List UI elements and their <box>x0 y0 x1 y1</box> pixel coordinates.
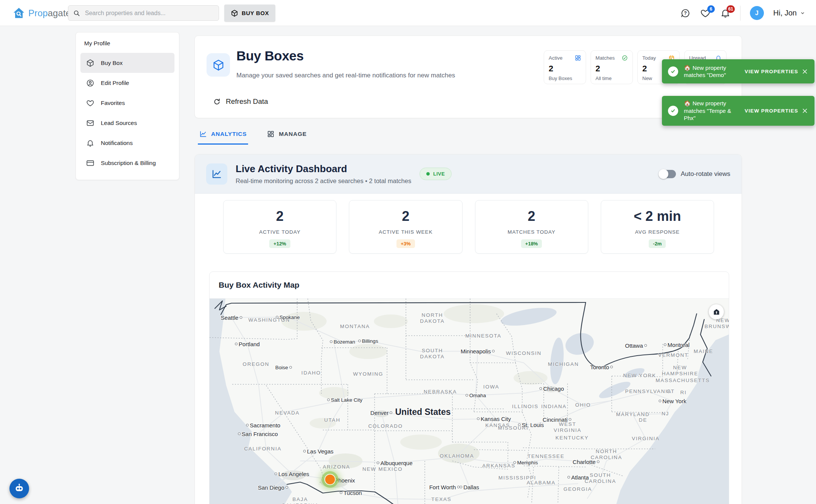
help-chat-button[interactable]: ? <box>680 8 691 18</box>
view-tabs: ANALYTICS MANAGE <box>198 127 308 145</box>
notifications-badge: 61 <box>727 5 734 13</box>
state-label-arizona: ARIZONA <box>323 464 350 470</box>
state-label-south-dakota: SOUTH DAKOTA <box>420 348 444 360</box>
phoenix-activity-marker[interactable] <box>324 474 336 485</box>
sidebar-item-label: Subscription & Billing <box>101 160 156 166</box>
sidebar-item-notifications[interactable]: Notifications <box>80 133 174 153</box>
favorites-button[interactable]: 6 <box>700 8 711 18</box>
avatar[interactable]: J <box>750 6 764 20</box>
state-label-nevada: NEVADA <box>275 410 299 416</box>
city-label-spokane: Spokane <box>276 314 299 320</box>
stat-label: ACTIVE THIS WEEK <box>349 229 462 235</box>
city-dot-icon <box>358 340 361 342</box>
city-dot-icon <box>238 433 241 435</box>
sidebar-item-lead-sources[interactable]: Lead Sources <box>80 113 174 133</box>
stat-value: < 2 min <box>601 208 714 224</box>
favorites-badge: 6 <box>707 5 715 13</box>
city-dot-icon <box>644 344 647 347</box>
box-icon <box>86 59 94 67</box>
city-label-st-louis: St. Louis <box>518 422 544 428</box>
summary-chip-matches: Matches 2 All time <box>591 50 633 84</box>
state-label-wyoming: WYOMING <box>353 371 383 377</box>
city-label-boise: Boise <box>275 365 292 370</box>
page-title: Buy Boxes <box>236 48 304 63</box>
state-label-minnesota: MINNESOTA <box>465 333 501 339</box>
city-dot-icon <box>597 461 599 463</box>
chip-sublabel: All time <box>595 76 628 81</box>
chip-label: Matches <box>595 55 615 61</box>
state-label-vermont: VERMONT <box>658 352 688 358</box>
refresh-data-button[interactable]: Refresh Data <box>211 97 270 106</box>
user-menu[interactable]: Hi, Jon <box>773 9 805 17</box>
grid-icon <box>267 130 275 138</box>
mail-icon <box>86 119 94 127</box>
city-dot-icon <box>289 366 292 369</box>
city-label-ottawa: Ottawa <box>625 342 647 349</box>
dashboard-subtitle: Real-time monitoring across 2 active sea… <box>236 177 411 185</box>
state-label-iowa: IOWA <box>483 384 500 390</box>
city-label-san-francisco: San Francisco <box>238 431 278 437</box>
person-icon <box>86 79 94 87</box>
stat-delta-badge: +18% <box>521 239 542 248</box>
refresh-icon <box>213 98 221 106</box>
app-logo[interactable]: Propagate <box>12 0 71 26</box>
city-label-fort-worth: Fort Worth <box>429 484 460 490</box>
city-label-albuquerque: Albuquerque <box>376 460 412 466</box>
state-label-kentucky: KENTUCKY <box>555 435 589 441</box>
city-label-bozeman: Bozeman <box>330 339 355 345</box>
close-icon[interactable] <box>801 68 808 75</box>
view-properties-button[interactable]: VIEW PROPERTIES <box>745 69 798 74</box>
sidebar-item-label: Edit Profile <box>101 80 129 86</box>
state-label-georgia: GEORGIA <box>563 486 592 492</box>
bell-icon <box>86 139 94 147</box>
tab-manage[interactable]: MANAGE <box>265 127 308 145</box>
auto-rotate-toggle[interactable] <box>659 170 676 178</box>
cube-icon <box>231 9 238 17</box>
search-input[interactable] <box>84 9 214 17</box>
toast-message: 🏠 New property matches "Demo" <box>684 64 740 79</box>
map-home-button[interactable] <box>709 304 724 319</box>
sidebar-item-favorites[interactable]: Favorites <box>80 93 174 113</box>
state-label-oklahoma: OKLAHOMA <box>440 453 474 459</box>
live-activity-card: Live Activity Dashboard Real-time monito… <box>194 154 742 504</box>
city-label-cincinnati: Cincinnati <box>543 416 571 423</box>
state-label-michigan: MICHIGAN <box>548 361 579 367</box>
close-icon[interactable] <box>801 107 808 114</box>
view-properties-button[interactable]: VIEW PROPERTIES <box>745 108 798 114</box>
chip-value: 2 <box>549 64 581 74</box>
city-dot-icon <box>235 343 238 345</box>
sidebar-item-label: Favorites <box>101 100 125 106</box>
city-label-san-diego: San Diego <box>258 484 288 491</box>
buy-box-button[interactable]: BUY BOX <box>224 5 275 22</box>
sidebar-item-buy-box[interactable]: Buy Box <box>80 53 174 73</box>
state-label-new-hampshire: NEW HAMPSHIRE <box>662 365 698 377</box>
sidebar-item-subscription-billing[interactable]: Subscription & Billing <box>80 153 174 173</box>
city-dot-icon <box>276 316 278 319</box>
city-label-new-york: New York <box>659 398 686 404</box>
tab-analytics[interactable]: ANALYTICS <box>198 127 248 145</box>
line-chart-icon <box>206 163 227 185</box>
notifications-button[interactable]: 61 <box>720 8 731 18</box>
card-icon <box>86 159 94 167</box>
activity-map[interactable]: WASHINGTONOREGONIDAHOMONTANANORTH DAKOTA… <box>210 299 729 504</box>
city-dot-icon <box>285 486 288 489</box>
stat-card-matches-today: 2 MATCHES TODAY +18% <box>475 200 588 254</box>
city-dot-icon <box>460 486 462 489</box>
live-activity-header: Live Activity Dashboard Real-time monito… <box>195 154 742 194</box>
country-label: United States <box>395 407 451 417</box>
city-label-las-vegas: Las Vegas <box>303 448 333 455</box>
city-dot-icon <box>246 424 249 427</box>
city-dot-icon <box>569 418 571 421</box>
city-dot-icon <box>518 424 521 426</box>
stat-card-active-today: 2 ACTIVE TODAY +12% <box>223 200 336 254</box>
sidebar-item-edit-profile[interactable]: Edit Profile <box>80 73 174 93</box>
chatbot-fab[interactable] <box>9 479 29 498</box>
state-label-south-carolina: SOUTH CAROLINA <box>585 472 616 484</box>
stat-delta-badge: +3% <box>396 239 415 248</box>
buy-boxes-header-card: Buy Boxes Manage your saved searches and… <box>194 35 742 118</box>
tab-label: ANALYTICS <box>211 131 247 137</box>
stat-delta-badge: -2m <box>649 239 666 248</box>
city-dot-icon <box>539 387 542 390</box>
live-badge: LIVE <box>420 168 452 180</box>
stat-card-avg-response: < 2 min AVG RESPONSE -2m <box>601 200 714 254</box>
